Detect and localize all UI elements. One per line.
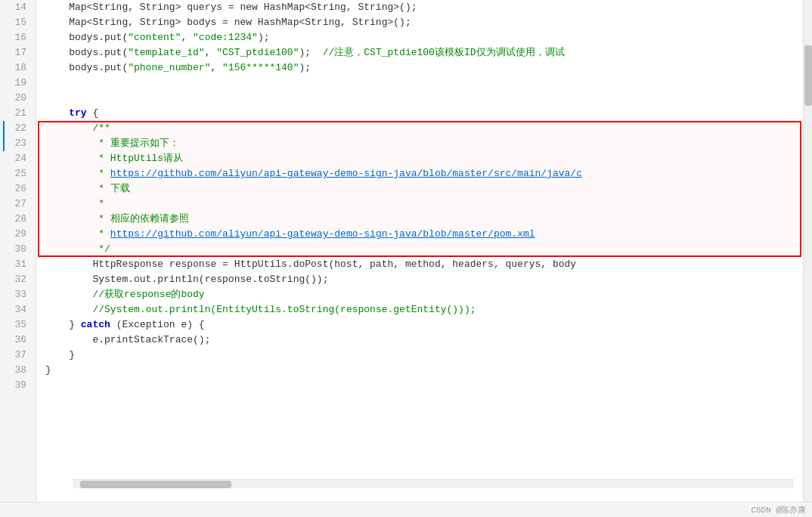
code-token: System.out.println(response.toString()); bbox=[45, 272, 328, 287]
code-token: , bbox=[205, 45, 217, 60]
code-line-20 bbox=[45, 91, 803, 106]
bottom-bar: CSDN @陈亦康 bbox=[0, 502, 812, 517]
code-token: //System.out.println(EntityUtils.toStrin… bbox=[92, 302, 476, 317]
line-numbers-panel: 1415161718192021222324252627282930313233… bbox=[0, 0, 36, 502]
horizontal-scrollbar-thumb[interactable] bbox=[80, 481, 231, 488]
code-token bbox=[45, 227, 98, 242]
line-number-28: 28 bbox=[6, 212, 29, 227]
line-number-23: 23 bbox=[6, 136, 29, 151]
code-token: try bbox=[69, 106, 86, 121]
code-token: HttpResponse response = HttpUtils.doPost… bbox=[45, 257, 576, 272]
code-token: } bbox=[45, 317, 81, 333]
code-line-33: //获取response的body bbox=[45, 287, 803, 302]
code-token: Map<String, String> bodys = new HashMap<… bbox=[45, 15, 411, 30]
code-line-28: * 相应的依赖请参照 bbox=[45, 212, 803, 227]
code-token bbox=[45, 151, 98, 166]
line-number-26: 26 bbox=[6, 181, 29, 197]
line-number-30: 30 bbox=[6, 242, 29, 257]
code-token: */ bbox=[98, 242, 110, 257]
code-token: "156*****140" bbox=[222, 60, 299, 76]
code-token bbox=[45, 181, 98, 197]
code-line-29: * https://github.com/aliyun/api-gateway-… bbox=[45, 227, 803, 242]
line-number-21: 21 bbox=[6, 106, 29, 121]
code-token: ); bbox=[299, 60, 311, 76]
line-number-39: 39 bbox=[6, 378, 29, 393]
code-token: bodys.put( bbox=[45, 60, 128, 76]
line-number-17: 17 bbox=[6, 45, 29, 60]
line-number-16: 16 bbox=[6, 30, 29, 45]
line-number-19: 19 bbox=[6, 76, 29, 91]
code-token: * 下载 bbox=[98, 181, 130, 197]
code-line-30: */ bbox=[45, 242, 803, 257]
code-token bbox=[45, 166, 98, 181]
line-number-38: 38 bbox=[6, 363, 29, 378]
line-number-37: 37 bbox=[6, 348, 29, 363]
code-token: (Exception e) { bbox=[110, 317, 205, 333]
line-number-33: 33 bbox=[6, 287, 29, 302]
code-line-26: * 下载 bbox=[45, 181, 803, 197]
line-number-22: 22 bbox=[6, 121, 29, 136]
vertical-scrollbar-thumb[interactable] bbox=[804, 45, 812, 106]
code-token: { bbox=[87, 106, 99, 121]
code-line-17: bodys.put("template_id", "CST_ptdie100")… bbox=[45, 45, 803, 60]
line-number-36: 36 bbox=[6, 333, 29, 348]
code-token: e.printStackTrace(); bbox=[45, 333, 210, 348]
code-token: } bbox=[45, 363, 51, 378]
horizontal-scrollbar[interactable] bbox=[73, 479, 794, 488]
code-token: ); bbox=[258, 30, 270, 45]
code-line-39 bbox=[45, 378, 803, 393]
code-line-31: HttpResponse response = HttpUtils.doPost… bbox=[45, 257, 803, 272]
code-line-21: try { bbox=[45, 106, 803, 121]
code-token: "CST_ptdie100" bbox=[216, 45, 299, 60]
code-token: * 相应的依赖请参照 bbox=[98, 212, 189, 227]
code-token bbox=[45, 287, 92, 302]
line-number-35: 35 bbox=[6, 317, 29, 333]
code-token: "phone_number" bbox=[128, 60, 210, 76]
code-line-15: Map<String, String> bodys = new HashMap<… bbox=[45, 15, 803, 30]
code-token bbox=[45, 212, 98, 227]
code-token: bodys.put( bbox=[45, 45, 128, 60]
line-number-20: 20 bbox=[6, 91, 29, 106]
line-number-24: 24 bbox=[6, 151, 29, 166]
code-token: bodys.put( bbox=[45, 30, 128, 45]
code-token: * bbox=[98, 227, 110, 242]
code-token: "template_id" bbox=[128, 45, 204, 60]
code-token bbox=[45, 106, 69, 121]
code-token bbox=[45, 136, 98, 151]
code-token: * 重要提示如下： bbox=[98, 136, 179, 151]
code-token: ); bbox=[299, 45, 322, 60]
code-line-27: * bbox=[45, 197, 803, 212]
code-token: , bbox=[210, 60, 222, 76]
code-line-32: System.out.println(response.toString()); bbox=[45, 272, 803, 287]
code-token: catch bbox=[81, 317, 110, 333]
code-line-19 bbox=[45, 76, 803, 91]
code-line-24: * HttpUtils请从 bbox=[45, 151, 803, 166]
code-token: , bbox=[181, 30, 193, 45]
line-number-14: 14 bbox=[6, 0, 29, 15]
line-number-32: 32 bbox=[6, 272, 29, 287]
code-token: /** bbox=[92, 121, 110, 136]
bookmark-indicator bbox=[0, 121, 5, 151]
code-token: "code:1234" bbox=[193, 30, 258, 45]
code-line-25: * https://github.com/aliyun/api-gateway-… bbox=[45, 166, 803, 181]
watermark: CSDN @陈亦康 bbox=[751, 504, 806, 515]
code-token bbox=[45, 242, 98, 257]
code-token: * bbox=[98, 166, 110, 181]
code-line-18: bodys.put("phone_number", "156*****140")… bbox=[45, 60, 803, 76]
code-line-37: } bbox=[45, 348, 803, 363]
code-line-36: e.printStackTrace(); bbox=[45, 333, 803, 348]
code-line-16: bodys.put("content", "code:1234"); bbox=[45, 30, 803, 45]
code-line-34: //System.out.println(EntityUtils.toStrin… bbox=[45, 302, 803, 317]
code-token: } bbox=[45, 348, 75, 363]
code-line-22: /** bbox=[45, 121, 803, 136]
code-token: * HttpUtils请从 bbox=[98, 151, 183, 166]
line-number-27: 27 bbox=[6, 197, 29, 212]
code-line-35: } catch (Exception e) { bbox=[45, 317, 803, 333]
code-token: "content" bbox=[128, 30, 181, 45]
line-number-15: 15 bbox=[6, 15, 29, 30]
vertical-scrollbar[interactable] bbox=[803, 0, 812, 502]
code-line-38: } bbox=[45, 363, 803, 378]
editor-container: 1415161718192021222324252627282930313233… bbox=[0, 0, 812, 517]
code-token bbox=[45, 302, 92, 317]
line-number-31: 31 bbox=[6, 257, 29, 272]
